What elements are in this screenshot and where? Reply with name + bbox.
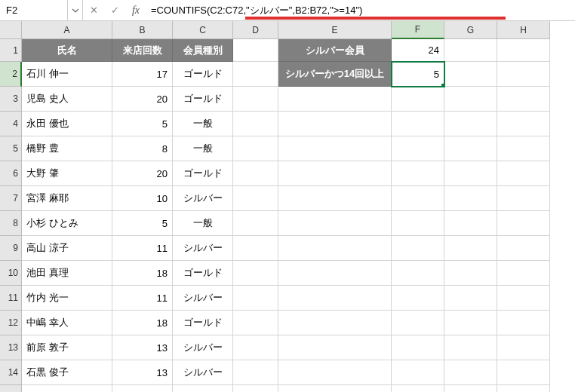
cell-E3[interactable] (278, 87, 392, 112)
cell-F13[interactable] (392, 335, 444, 360)
cell-F7[interactable] (392, 186, 444, 211)
cell-A8[interactable]: 小杉 ひとみ (22, 211, 112, 236)
cell-F14[interactable] (392, 360, 444, 385)
cell-C13[interactable]: シルバー (173, 335, 233, 360)
cell-G12[interactable] (444, 311, 497, 335)
column-header-E[interactable]: E (278, 21, 392, 39)
cell-H1[interactable] (497, 39, 550, 62)
cell-D4[interactable] (233, 112, 278, 136)
cell-E2[interactable]: シルバーかつ14回以上 (278, 62, 392, 87)
cell-H14[interactable] (497, 360, 550, 385)
cell-C5[interactable]: 一般 (173, 136, 233, 161)
cell-H6[interactable] (497, 161, 550, 186)
cell-H3[interactable] (497, 87, 550, 112)
cell-C12[interactable]: ゴールド (173, 311, 233, 335)
column-header-B[interactable]: B (112, 21, 173, 39)
cell-C9[interactable]: シルバー (173, 236, 233, 261)
cell-D3[interactable] (233, 87, 278, 112)
cell-F9[interactable] (392, 236, 444, 261)
cell-E13[interactable] (278, 335, 392, 360)
cell-B14[interactable]: 13 (112, 360, 173, 385)
row-header-13[interactable]: 13 (0, 335, 22, 360)
cell-A15[interactable]: 中野 有輝 (22, 385, 112, 392)
cell-F3[interactable] (392, 87, 444, 112)
cell-E11[interactable] (278, 286, 392, 311)
cell-B12[interactable]: 18 (112, 311, 173, 335)
cell-H15[interactable] (497, 385, 550, 392)
cell-E4[interactable] (278, 112, 392, 136)
cell-A6[interactable]: 大野 肇 (22, 161, 112, 186)
cell-F4[interactable] (392, 112, 444, 136)
cell-D2[interactable] (233, 62, 278, 87)
cell-D7[interactable] (233, 186, 278, 211)
cell-G11[interactable] (444, 286, 497, 311)
cell-G10[interactable] (444, 261, 497, 286)
cell-H10[interactable] (497, 261, 550, 286)
cell-B7[interactable]: 10 (112, 186, 173, 211)
cell-E5[interactable] (278, 136, 392, 161)
cell-E1[interactable]: シルバー会員 (278, 39, 392, 62)
cell-E15[interactable] (278, 385, 392, 392)
cell-G3[interactable] (444, 87, 497, 112)
cell-G14[interactable] (444, 360, 497, 385)
column-header-D[interactable]: D (233, 21, 278, 39)
cell-A7[interactable]: 宮澤 麻耶 (22, 186, 112, 211)
cell-D15[interactable] (233, 385, 278, 392)
cell-D11[interactable] (233, 286, 278, 311)
row-header-8[interactable]: 8 (0, 211, 22, 236)
cell-F2[interactable]: 5 (392, 62, 444, 87)
cell-G9[interactable] (444, 236, 497, 261)
cell-A1[interactable]: 氏名 (22, 39, 112, 62)
cell-B6[interactable]: 20 (112, 161, 173, 186)
cell-D12[interactable] (233, 311, 278, 335)
cell-C11[interactable]: シルバー (173, 286, 233, 311)
cell-F10[interactable] (392, 261, 444, 286)
column-header-F[interactable]: F (392, 21, 444, 39)
row-header-2[interactable]: 2 (0, 62, 22, 87)
row-header-15[interactable]: 15 (0, 385, 22, 392)
cell-F15[interactable] (392, 385, 444, 392)
cell-H13[interactable] (497, 335, 550, 360)
cell-A10[interactable]: 池田 真理 (22, 261, 112, 286)
cell-D10[interactable] (233, 261, 278, 286)
cell-H12[interactable] (497, 311, 550, 335)
cell-A9[interactable]: 高山 涼子 (22, 236, 112, 261)
name-box[interactable]: F2 (0, 0, 68, 20)
cell-D13[interactable] (233, 335, 278, 360)
cell-E10[interactable] (278, 261, 392, 286)
cell-B10[interactable]: 18 (112, 261, 173, 286)
cell-F8[interactable] (392, 211, 444, 236)
cell-D14[interactable] (233, 360, 278, 385)
cell-B2[interactable]: 17 (112, 62, 173, 87)
cell-G2[interactable] (444, 62, 497, 87)
cell-B11[interactable]: 11 (112, 286, 173, 311)
cell-B4[interactable]: 5 (112, 112, 173, 136)
cell-B3[interactable]: 20 (112, 87, 173, 112)
cell-A3[interactable]: 児島 史人 (22, 87, 112, 112)
cell-F5[interactable] (392, 136, 444, 161)
select-all-corner[interactable] (0, 21, 22, 39)
cell-B8[interactable]: 5 (112, 211, 173, 236)
row-header-10[interactable]: 10 (0, 261, 22, 286)
cell-C3[interactable]: ゴールド (173, 87, 233, 112)
row-header-14[interactable]: 14 (0, 360, 22, 385)
name-box-dropdown-icon[interactable] (68, 0, 83, 20)
row-header-6[interactable]: 6 (0, 161, 22, 186)
cell-F11[interactable] (392, 286, 444, 311)
cell-A11[interactable]: 竹内 光一 (22, 286, 112, 311)
cell-H4[interactable] (497, 112, 550, 136)
cell-C15[interactable]: 一般 (173, 385, 233, 392)
row-header-12[interactable]: 12 (0, 311, 22, 335)
cell-H11[interactable] (497, 286, 550, 311)
cell-B15[interactable]: 7 (112, 385, 173, 392)
cell-A13[interactable]: 前原 敦子 (22, 335, 112, 360)
cell-G13[interactable] (444, 335, 497, 360)
cell-E8[interactable] (278, 211, 392, 236)
cell-G6[interactable] (444, 161, 497, 186)
cell-A5[interactable]: 橋野 豊 (22, 136, 112, 161)
cell-C8[interactable]: 一般 (173, 211, 233, 236)
cell-B5[interactable]: 8 (112, 136, 173, 161)
cell-H2[interactable] (497, 62, 550, 87)
cell-D8[interactable] (233, 211, 278, 236)
cell-C10[interactable]: ゴールド (173, 261, 233, 286)
